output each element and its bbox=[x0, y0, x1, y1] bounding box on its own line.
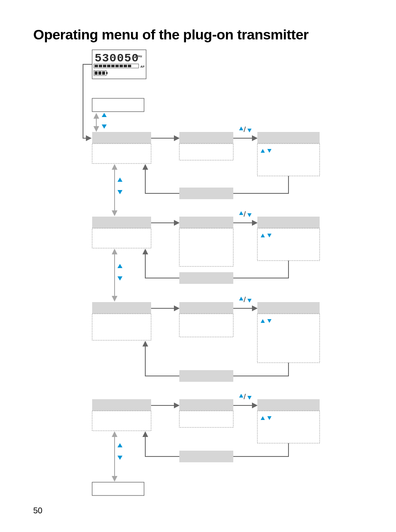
lcd-display: 530050 MHz AF bbox=[92, 50, 146, 79]
svg-rect-37 bbox=[92, 302, 151, 314]
store-bar-1 bbox=[179, 188, 233, 199]
scroll-icon-a bbox=[96, 113, 107, 131]
svg-text:/: / bbox=[244, 125, 246, 134]
svg-rect-47 bbox=[92, 411, 151, 431]
menu-row-3: / bbox=[92, 295, 320, 382]
menu-row-2: / bbox=[92, 210, 320, 284]
svg-rect-53 bbox=[257, 399, 320, 411]
svg-rect-27 bbox=[92, 217, 151, 228]
svg-rect-8 bbox=[120, 65, 123, 67]
svg-rect-40 bbox=[179, 302, 233, 314]
store-bar-2 bbox=[179, 272, 233, 284]
scroll-icon-d bbox=[115, 432, 122, 481]
svg-rect-5 bbox=[107, 65, 110, 67]
up-down-slash-icon-1: / bbox=[239, 125, 252, 134]
svg-rect-31 bbox=[179, 228, 233, 266]
svg-rect-12 bbox=[106, 72, 108, 74]
svg-rect-20 bbox=[179, 132, 233, 144]
lcd-af-label: AF bbox=[140, 65, 145, 68]
svg-rect-6 bbox=[111, 65, 115, 67]
scroll-box-bottom bbox=[92, 482, 144, 495]
svg-rect-54 bbox=[257, 411, 320, 443]
svg-rect-21 bbox=[179, 144, 233, 160]
svg-rect-25 bbox=[257, 144, 320, 176]
svg-rect-50 bbox=[179, 411, 233, 427]
lcd-unit: MHz bbox=[135, 54, 142, 58]
up-down-slash-icon-3: / bbox=[239, 295, 252, 304]
store-bar-3 bbox=[179, 370, 233, 382]
svg-rect-9 bbox=[124, 65, 127, 67]
svg-rect-44 bbox=[257, 302, 320, 314]
svg-rect-2 bbox=[95, 65, 98, 67]
svg-rect-15 bbox=[102, 71, 105, 75]
menu-row-4: / bbox=[92, 393, 320, 462]
svg-text:/: / bbox=[244, 210, 246, 218]
svg-rect-41 bbox=[179, 314, 233, 337]
scroll-icon-b bbox=[115, 165, 122, 215]
svg-text:/: / bbox=[244, 393, 246, 401]
svg-rect-30 bbox=[179, 217, 233, 228]
svg-rect-4 bbox=[103, 65, 106, 67]
menu-row-1: / bbox=[92, 125, 320, 199]
svg-rect-17 bbox=[92, 132, 151, 144]
svg-rect-13 bbox=[95, 71, 98, 75]
svg-text:/: / bbox=[244, 295, 246, 304]
svg-rect-3 bbox=[99, 65, 102, 67]
svg-rect-38 bbox=[92, 314, 151, 340]
svg-rect-34 bbox=[257, 217, 320, 228]
up-down-slash-icon-2: / bbox=[239, 210, 252, 218]
svg-rect-45 bbox=[257, 314, 320, 363]
svg-rect-24 bbox=[257, 132, 320, 144]
svg-rect-10 bbox=[128, 65, 131, 67]
menu-flow-diagram: 530050 MHz AF bbox=[0, 0, 396, 532]
svg-rect-46 bbox=[92, 399, 151, 411]
svg-rect-14 bbox=[98, 71, 101, 75]
svg-rect-49 bbox=[179, 399, 233, 411]
svg-rect-7 bbox=[115, 65, 119, 67]
scroll-icon-c bbox=[115, 250, 122, 300]
up-down-slash-icon-4: / bbox=[239, 393, 252, 401]
scroll-box-top bbox=[92, 98, 144, 112]
svg-rect-28 bbox=[92, 228, 151, 248]
svg-rect-18 bbox=[92, 144, 151, 164]
svg-rect-35 bbox=[257, 228, 320, 261]
store-bar-4 bbox=[179, 451, 233, 462]
lcd-frequency: 530050 bbox=[95, 52, 139, 65]
